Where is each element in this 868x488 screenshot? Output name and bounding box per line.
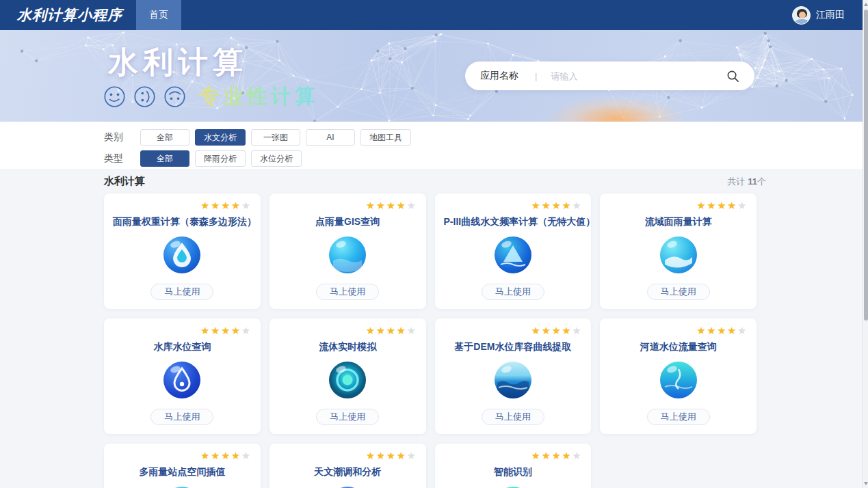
use-button[interactable]: 马上使用: [316, 409, 379, 425]
rating-stars: ★★★★★: [609, 325, 748, 336]
star-icon: ★: [397, 325, 407, 336]
star-icon: ★: [562, 450, 572, 461]
navbar: 水利计算小程序 首页 江雨田: [0, 0, 863, 30]
star-icon: ★: [386, 450, 397, 461]
app-card[interactable]: ★★★★★流域面雨量计算马上使用: [600, 193, 757, 309]
filter-option[interactable]: 全部: [140, 129, 189, 146]
filter-row: 类别全部水文分析一张图AI地图工具: [104, 129, 863, 146]
app-card[interactable]: ★★★★★天文潮调和分析马上使用: [269, 444, 426, 488]
app-title: 河道水位流量查询: [609, 341, 748, 353]
star-icon: ★: [221, 325, 231, 336]
use-button[interactable]: 马上使用: [150, 284, 213, 300]
scrollbar-up-arrow[interactable]: [864, 3, 868, 6]
app-grid: ★★★★★面雨量权重计算（泰森多边形法）马上使用★★★★★点雨量GIS查询马上使…: [104, 193, 757, 488]
sideways-smiley-icon: [133, 85, 156, 108]
star-icon: ★: [727, 325, 737, 336]
star-icon: ★: [241, 450, 252, 461]
search-separator: |: [535, 71, 537, 81]
star-icon: ★: [200, 450, 211, 461]
star-icon: ★: [737, 200, 748, 211]
rating-stars: ★★★★★: [444, 450, 583, 461]
use-button[interactable]: 马上使用: [647, 284, 710, 300]
app-card[interactable]: ★★★★★智能识别马上使用: [435, 444, 592, 488]
gis-globe-icon: [329, 236, 366, 273]
star-icon: ★: [397, 200, 407, 211]
star-icon: ★: [386, 200, 397, 211]
star-icon: ★: [531, 200, 541, 211]
filter-option[interactable]: 地图工具: [360, 129, 411, 146]
star-icon: ★: [696, 325, 707, 336]
star-icon: ★: [541, 325, 551, 336]
star-icon: ★: [221, 200, 231, 211]
use-button[interactable]: 马上使用: [647, 409, 710, 425]
app-card[interactable]: ★★★★★河道水位流量查询马上使用: [600, 318, 757, 434]
filter-row: 类型全部降雨分析水位分析: [104, 150, 863, 167]
filter-option[interactable]: AI: [306, 129, 355, 146]
use-button[interactable]: 马上使用: [150, 409, 213, 425]
star-icon: ★: [551, 450, 562, 461]
rating-stars: ★★★★★: [444, 200, 583, 211]
search-icon[interactable]: [726, 70, 739, 83]
star-icon: ★: [366, 450, 376, 461]
app-card[interactable]: ★★★★★基于DEM水位库容曲线提取马上使用: [435, 318, 592, 434]
rating-stars: ★★★★★: [278, 325, 417, 336]
star-icon: ★: [737, 325, 748, 336]
rating-stars: ★★★★★: [113, 325, 252, 336]
app-title: 水库水位查询: [113, 341, 252, 353]
star-icon: ★: [221, 450, 231, 461]
scrollbar[interactable]: [863, 0, 868, 488]
star-icon: ★: [397, 450, 407, 461]
star-icon: ★: [572, 200, 582, 211]
scrollbar-thumb[interactable]: [864, 10, 868, 321]
star-icon: ★: [407, 450, 417, 461]
rating-stars: ★★★★★: [113, 450, 252, 461]
app-card[interactable]: ★★★★★P-III曲线水文频率计算（无特大值）马上使用: [435, 193, 592, 309]
app-card[interactable]: ★★★★★点雨量GIS查询马上使用: [269, 193, 426, 309]
star-icon: ★: [407, 325, 417, 336]
star-icon: ★: [562, 200, 572, 211]
app-card[interactable]: ★★★★★水库水位查询马上使用: [104, 318, 261, 434]
filter-option[interactable]: 水位分析: [251, 150, 302, 167]
star-icon: ★: [717, 325, 727, 336]
use-button[interactable]: 马上使用: [482, 284, 544, 300]
star-icon: ★: [231, 200, 241, 211]
app-title: 天文潮调和分析: [278, 466, 417, 478]
use-button[interactable]: 马上使用: [316, 284, 379, 300]
use-button[interactable]: 马上使用: [482, 409, 544, 425]
app-title: 点雨量GIS查询: [278, 216, 417, 228]
app-card[interactable]: ★★★★★多雨量站点空间插值马上使用: [104, 444, 261, 488]
star-icon: ★: [572, 450, 582, 461]
star-icon: ★: [200, 325, 211, 336]
star-icon: ★: [231, 325, 241, 336]
search-input[interactable]: [551, 71, 720, 81]
filter-option[interactable]: 全部: [140, 150, 189, 167]
user-menu[interactable]: 江雨田: [792, 0, 845, 30]
search-label: 应用名称: [480, 70, 518, 82]
filter-group-label: 类型: [104, 152, 130, 165]
reservoir-drop-icon: [163, 362, 200, 398]
filter-option[interactable]: 水文分析: [195, 129, 246, 146]
filter-panel: 类别全部水文分析一张图AI地图工具类型全部降雨分析水位分析: [0, 122, 863, 169]
scrollbar-down-arrow[interactable]: [864, 482, 868, 485]
star-icon: ★: [717, 200, 727, 211]
app-card[interactable]: ★★★★★流体实时模拟马上使用: [269, 318, 426, 434]
app-card[interactable]: ★★★★★面雨量权重计算（泰森多边形法）马上使用: [104, 193, 261, 309]
star-icon: ★: [231, 450, 241, 461]
filter-option[interactable]: 降雨分析: [195, 150, 246, 167]
filter-option[interactable]: 一张图: [251, 129, 300, 146]
tab-home[interactable]: 首页: [136, 0, 181, 30]
star-icon: ★: [211, 325, 221, 336]
user-name: 江雨田: [816, 9, 845, 21]
river-splash-icon: [660, 362, 697, 398]
star-icon: ★: [241, 325, 252, 336]
star-icon: ★: [211, 450, 221, 461]
app-title: 多雨量站点空间插值: [113, 466, 252, 478]
dem-ocean-icon: [495, 362, 531, 398]
search-bar[interactable]: 应用名称 |: [465, 62, 754, 90]
star-icon: ★: [551, 200, 562, 211]
rating-stars: ★★★★★: [113, 200, 252, 211]
app-title: 流域面雨量计算: [609, 216, 748, 228]
rating-stars: ★★★★★: [609, 200, 748, 211]
rating-stars: ★★★★★: [278, 200, 417, 211]
app-title: P-III曲线水文频率计算（无特大值）: [444, 216, 583, 228]
